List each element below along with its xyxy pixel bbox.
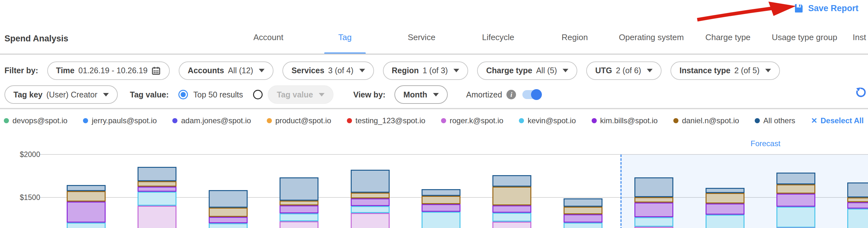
legend-item[interactable]: daniel.n@spot.io [673,116,739,125]
bar-segment[interactable] [492,175,531,187]
bar-segment[interactable] [634,217,673,227]
stacked-bar[interactable] [776,132,815,228]
tag-key-chip[interactable]: Tag key (User) Creator [4,85,118,104]
bar-segment[interactable] [422,189,461,195]
stacked-bar[interactable] [137,132,177,228]
tag-value-dropdown[interactable]: Tag value [268,85,333,104]
bar-segment[interactable] [564,198,602,206]
tab-usage-type-group[interactable]: Usage type group [772,33,837,42]
bar-segment[interactable] [280,201,318,205]
stacked-bar[interactable] [422,132,461,228]
tab-account[interactable]: Account [253,33,283,42]
legend-item[interactable]: kim.bills@spot.io [592,116,658,125]
bar-segment[interactable] [209,190,248,207]
legend-item[interactable]: kevin@spot.io [519,116,576,125]
time-filter-chip[interactable]: Time 01.26.19 - 10.26.19 [47,62,170,80]
legend-item[interactable]: testing_123@spot.io [347,116,425,125]
bar-segment[interactable] [634,202,673,217]
legend-item[interactable]: All others [755,116,795,125]
bar-segment[interactable] [634,177,673,197]
legend-item[interactable]: product@spot.io [267,116,331,125]
bar-segment[interactable] [706,188,744,193]
bar-segment[interactable] [137,192,177,206]
bar-segment[interactable] [776,207,815,228]
bar-segment[interactable] [492,205,531,213]
radio-tag-value[interactable] [253,90,262,99]
bar-segment[interactable] [209,207,248,217]
bar-segment[interactable] [351,213,390,228]
bar-segment[interactable] [209,223,248,228]
bar-segment[interactable] [351,206,390,213]
bar-segment[interactable] [847,208,868,228]
radio-top50[interactable] [178,90,188,99]
stacked-bar[interactable] [351,132,390,228]
bar-segment[interactable] [280,177,318,201]
bar-segment[interactable] [706,203,744,215]
stacked-bar[interactable] [280,132,318,228]
tab-region[interactable]: Region [562,33,588,42]
bar-segment[interactable] [564,214,602,223]
legend-item[interactable]: devops@spot.io [4,116,67,125]
charge-type-filter-chip[interactable]: Charge typeAll (5) [477,62,577,80]
stacked-bar[interactable] [847,132,868,228]
bar-segment[interactable] [706,215,744,228]
stacked-bar[interactable] [564,132,602,228]
stacked-bar[interactable] [492,132,531,228]
legend-item[interactable]: jerry.pauls@spot.io [83,116,157,125]
bar-segment[interactable] [209,217,248,223]
legend-item[interactable]: roger.k@spot.io [441,116,503,125]
bar-segment[interactable] [67,191,105,201]
bar-segment[interactable] [67,185,105,191]
view-by-dropdown[interactable]: Month [395,85,448,104]
bar-segment[interactable] [351,170,390,193]
bar-segment[interactable] [137,181,177,187]
bar-segment[interactable] [422,212,461,228]
bar-segment[interactable] [847,197,868,202]
bar-segment[interactable] [422,204,461,212]
accounts-filter-chip[interactable]: AccountsAll (12) [179,62,274,80]
bar-segment[interactable] [351,193,390,198]
deselect-all-button[interactable]: ✕Deselect All [811,116,864,125]
stacked-bar[interactable] [706,132,744,228]
bar-segment[interactable] [634,227,673,228]
bar-segment[interactable] [137,187,177,192]
info-icon[interactable]: i [506,90,516,99]
save-report-button[interactable]: Save Report [794,3,859,13]
bar-segment[interactable] [564,223,602,228]
bar-segment[interactable] [492,213,531,222]
tab-charge-type[interactable]: Charge type [705,33,750,42]
utg-filter-chip[interactable]: UTG2 (of 6) [586,62,661,80]
stacked-bar[interactable] [634,132,673,228]
amortized-toggle[interactable] [522,90,541,99]
bar-segment[interactable] [422,196,461,204]
stacked-bar[interactable] [67,132,105,228]
bar-segment[interactable] [776,184,815,194]
stacked-bar[interactable] [209,132,248,228]
tab-tag[interactable]: Tag [338,33,352,42]
bar-segment[interactable] [280,213,318,222]
bar-segment[interactable] [776,173,815,184]
bar-segment[interactable] [67,201,105,223]
tab-inst[interactable]: Inst [853,33,866,42]
tab-operating-system[interactable]: Operating system [619,33,684,42]
legend-item[interactable]: adam.jones@spot.io [172,116,251,125]
bar-segment[interactable] [706,193,744,203]
bar-segment[interactable] [137,206,177,228]
bar-segment[interactable] [847,202,868,208]
tab-service[interactable]: Service [408,33,436,42]
bar-segment[interactable] [564,207,602,215]
bar-segment[interactable] [492,187,531,205]
services-filter-chip[interactable]: Services3 (of 4) [282,62,374,80]
bar-segment[interactable] [847,183,868,197]
region-filter-chip[interactable]: Region1 (of 3) [383,62,468,80]
bar-segment[interactable] [776,194,815,207]
bar-segment[interactable] [280,221,318,228]
reset-icon[interactable] [855,87,867,98]
bar-segment[interactable] [67,223,105,228]
bar-segment[interactable] [351,198,390,206]
bar-segment[interactable] [137,167,177,181]
instance-type-filter-chip[interactable]: Instance type2 (of 5) [671,62,780,80]
bar-segment[interactable] [492,222,531,228]
tab-lifecycle[interactable]: Lifecycle [482,33,514,42]
bar-segment[interactable] [280,205,318,213]
